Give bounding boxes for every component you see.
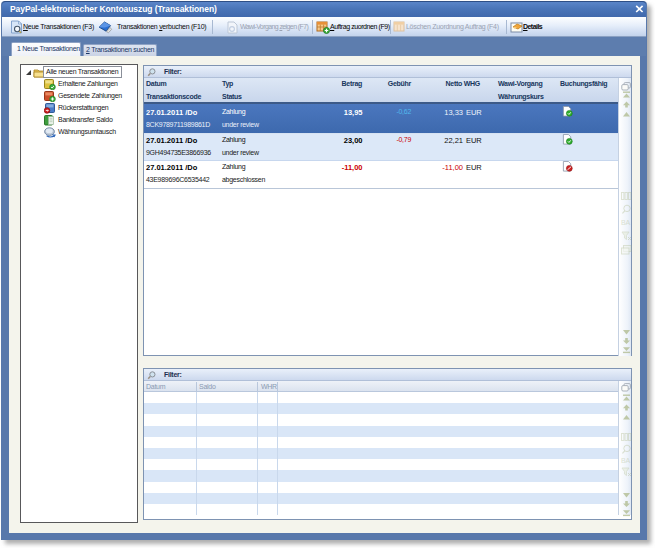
svg-text:BA: BA bbox=[621, 457, 630, 464]
svg-text:BA: BA bbox=[621, 219, 630, 226]
